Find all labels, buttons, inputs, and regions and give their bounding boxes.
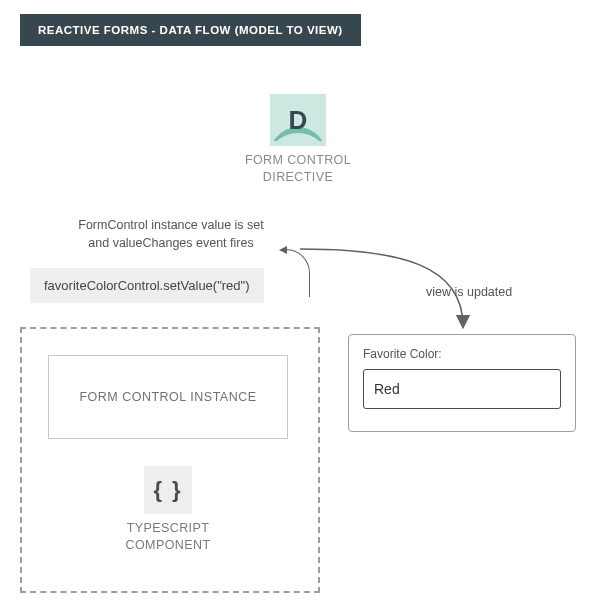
- flow-description: FormControl instance value is set and va…: [56, 217, 286, 252]
- directive-label: FORM CONTROL DIRECTIVE: [230, 152, 366, 186]
- flow-description-line2: and valueChanges event fires: [56, 235, 286, 253]
- directive-label-line2: DIRECTIVE: [230, 169, 366, 186]
- view-field-label: Favorite Color:: [363, 347, 561, 361]
- directive-icon-box: D: [270, 94, 326, 146]
- form-control-instance-label: FORM CONTROL INSTANCE: [79, 390, 256, 404]
- favorite-color-input[interactable]: Red: [363, 369, 561, 409]
- view-updated-label: view is updated: [426, 285, 512, 299]
- ts-label-line1: TYPESCRIPT: [100, 520, 236, 537]
- directive-label-line1: FORM CONTROL: [230, 152, 366, 169]
- typescript-component-label: TYPESCRIPT COMPONENT: [100, 520, 236, 554]
- view-panel: Favorite Color: Red: [348, 334, 576, 432]
- code-to-flow-connector: [282, 249, 310, 297]
- form-control-instance-box: FORM CONTROL INSTANCE: [48, 355, 288, 439]
- ts-label-line2: COMPONENT: [100, 537, 236, 554]
- flow-description-line1: FormControl instance value is set: [56, 217, 286, 235]
- code-snippet: favoriteColorControl.setValue("red"): [30, 268, 264, 303]
- diagram-title: REACTIVE FORMS - DATA FLOW (MODEL TO VIE…: [20, 14, 361, 46]
- directive-letter: D: [289, 105, 308, 136]
- braces-icon: { }: [144, 466, 192, 514]
- favorite-color-value: Red: [374, 381, 400, 397]
